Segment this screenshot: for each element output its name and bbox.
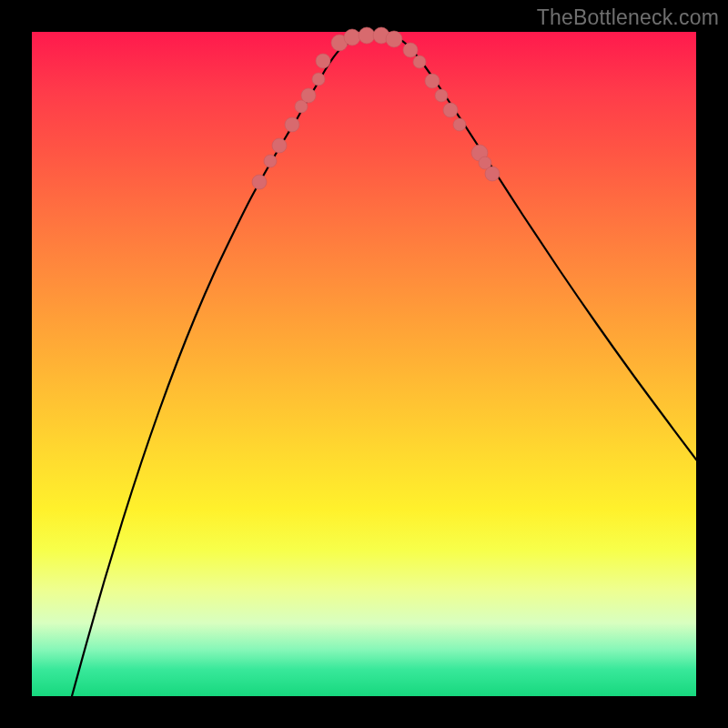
curve-marker — [485, 167, 500, 181]
watermark-text: TheBottleneck.com — [537, 5, 719, 30]
curve-marker — [386, 31, 402, 47]
curve-markers — [252, 27, 500, 189]
curve-svg — [32, 32, 696, 696]
curve-marker — [413, 56, 426, 68]
curve-marker — [312, 73, 325, 86]
curve-marker — [359, 27, 375, 44]
bottleneck-curve — [72, 34, 696, 696]
curve-marker — [453, 118, 466, 131]
curve-marker — [443, 103, 458, 117]
curve-marker — [344, 29, 360, 46]
curve-marker — [425, 74, 440, 88]
curve-marker — [435, 89, 448, 102]
curve-marker — [403, 43, 418, 57]
chart-frame: TheBottleneck.com — [0, 0, 728, 728]
curve-marker — [252, 175, 267, 189]
plot-area — [32, 32, 696, 696]
curve-marker — [264, 155, 277, 167]
curve-marker — [285, 117, 299, 132]
curve-marker — [272, 138, 287, 153]
curve-marker — [316, 54, 330, 68]
curve-marker — [301, 88, 316, 103]
